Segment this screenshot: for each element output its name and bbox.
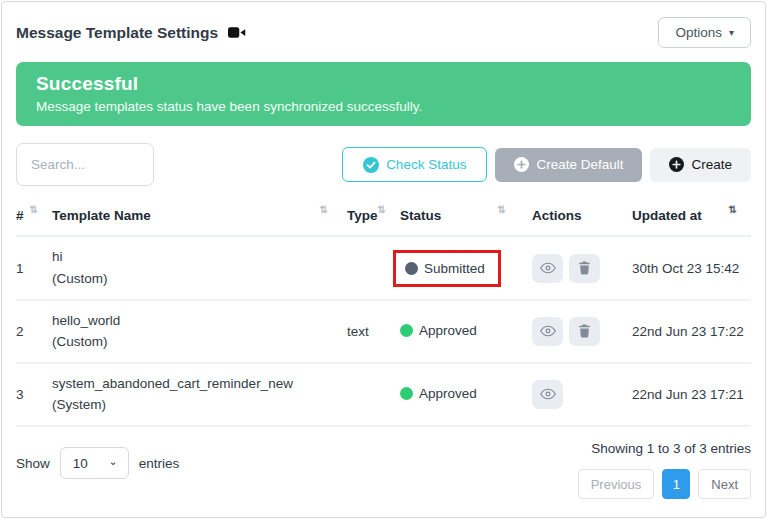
toolbar-buttons: Check Status Create Default Create xyxy=(342,147,751,182)
status-dot xyxy=(400,324,413,337)
status-label: Approved xyxy=(419,323,477,338)
status-badge: Approved xyxy=(400,386,477,401)
caret-down-icon: ▾ xyxy=(729,27,734,38)
delete-button[interactable] xyxy=(569,254,600,283)
table-header-row: # ⇅ Template Name ⇅ Type ⇅ Status ⇅ Acti… xyxy=(16,198,751,237)
template-name: hello_world xyxy=(52,310,342,332)
status-badge: Approved xyxy=(400,323,477,338)
column-header-updated-at[interactable]: Updated at ⇅ xyxy=(632,208,751,223)
row-number: 1 xyxy=(16,261,52,276)
title-wrap: Message Template Settings xyxy=(16,24,246,42)
success-alert: Successful Message templates status have… xyxy=(16,62,751,127)
sort-icon[interactable]: ⇅ xyxy=(30,205,38,215)
view-button[interactable] xyxy=(532,380,563,409)
template-name-cell: system_abandoned_cart_reminder_new (Syst… xyxy=(52,373,342,416)
options-button[interactable]: Options ▾ xyxy=(658,17,751,48)
check-status-label: Check Status xyxy=(386,157,466,172)
page-size-select[interactable]: 10 ⌄ xyxy=(60,447,129,479)
template-name: system_abandoned_cart_reminder_new xyxy=(52,373,342,395)
delete-button[interactable] xyxy=(569,317,600,346)
template-variant: (System) xyxy=(52,394,342,416)
show-label: Show xyxy=(16,456,50,471)
status-dot xyxy=(400,387,413,400)
templates-table: # ⇅ Template Name ⇅ Type ⇅ Status ⇅ Acti… xyxy=(16,198,751,427)
create-label: Create xyxy=(691,157,732,172)
sort-icon[interactable]: ⇅ xyxy=(320,205,328,215)
updated-at-cell: 22nd Jun 23 17:21 xyxy=(632,387,751,402)
column-header-actions: Actions xyxy=(520,208,632,223)
updated-at-cell: 30th Oct 23 15:42 xyxy=(632,261,751,276)
status-cell: Approved xyxy=(400,323,520,340)
eye-icon xyxy=(540,325,556,337)
updated-at-cell: 22nd Jun 23 17:22 xyxy=(632,324,751,339)
options-label: Options xyxy=(675,25,722,40)
template-name-cell: hello_world (Custom) xyxy=(52,310,342,353)
row-number: 3 xyxy=(16,387,52,402)
check-circle-icon xyxy=(363,157,379,173)
type-cell: text xyxy=(342,324,400,339)
status-badge: Submitted xyxy=(405,261,485,276)
view-button[interactable] xyxy=(532,317,563,346)
status-cell: Submitted xyxy=(400,250,520,287)
video-camera-icon xyxy=(228,26,246,39)
eye-icon xyxy=(540,262,556,274)
create-button[interactable]: Create xyxy=(650,148,751,182)
status-label: Submitted xyxy=(424,261,485,276)
page-title: Message Template Settings xyxy=(16,24,218,42)
sort-icon[interactable]: ⇅ xyxy=(729,205,737,215)
template-variant: (Custom) xyxy=(52,331,342,353)
template-variant: (Custom) xyxy=(52,268,342,290)
pagination: Previous 1 Next xyxy=(578,469,751,499)
actions-cell xyxy=(520,380,632,409)
view-button[interactable] xyxy=(532,254,563,283)
alert-title: Successful xyxy=(36,73,731,95)
trash-icon xyxy=(578,324,591,338)
entries-summary: Showing 1 to 3 of 3 entries xyxy=(591,441,751,456)
red-highlight-annotation: Submitted xyxy=(393,250,501,287)
entries-label: entries xyxy=(139,456,180,471)
previous-page-button[interactable]: Previous xyxy=(578,469,655,499)
page-size-group: Show 10 ⌄ entries xyxy=(16,447,179,479)
table-row: 2 hello_world (Custom) text Approved xyxy=(16,301,751,364)
plus-circle-icon xyxy=(669,157,684,172)
table-footer: Show 10 ⌄ entries Showing 1 to 3 of 3 en… xyxy=(16,439,751,499)
create-default-label: Create Default xyxy=(536,157,623,172)
check-status-button[interactable]: Check Status xyxy=(342,147,487,182)
next-page-button[interactable]: Next xyxy=(698,469,751,499)
column-header-num[interactable]: # ⇅ xyxy=(16,208,52,223)
page-1-button[interactable]: 1 xyxy=(662,469,690,499)
status-cell: Approved xyxy=(400,386,520,403)
column-header-status[interactable]: Status ⇅ xyxy=(400,208,520,223)
page-size-value: 10 xyxy=(73,456,88,471)
column-header-type[interactable]: Type ⇅ xyxy=(342,208,400,223)
chevron-down-icon: ⌄ xyxy=(109,455,118,468)
plus-circle-icon xyxy=(514,157,529,172)
page-header: Message Template Settings Options ▾ xyxy=(16,14,751,52)
alert-message: Message templates status have been synch… xyxy=(36,99,731,114)
trash-icon xyxy=(578,261,591,275)
status-label: Approved xyxy=(419,386,477,401)
create-default-button[interactable]: Create Default xyxy=(495,148,642,182)
column-header-template-name[interactable]: Template Name ⇅ xyxy=(52,208,342,223)
actions-cell xyxy=(520,317,632,346)
search-input[interactable] xyxy=(16,143,154,186)
footer-right: Showing 1 to 3 of 3 entries Previous 1 N… xyxy=(578,439,751,499)
eye-icon xyxy=(540,388,556,400)
table-row: 3 system_abandoned_cart_reminder_new (Sy… xyxy=(16,364,751,427)
actions-cell xyxy=(520,254,632,283)
template-name: hi xyxy=(52,246,342,268)
template-name-cell: hi (Custom) xyxy=(52,246,342,289)
sort-icon[interactable]: ⇅ xyxy=(498,205,506,215)
message-template-settings-page: Message Template Settings Options ▾ Succ… xyxy=(1,1,766,518)
table-row: 1 hi (Custom) Submitted xyxy=(16,237,751,300)
toolbar: Check Status Create Default Create xyxy=(16,143,751,186)
sort-icon[interactable]: ⇅ xyxy=(378,205,386,215)
row-number: 2 xyxy=(16,324,52,339)
status-dot xyxy=(405,262,418,275)
